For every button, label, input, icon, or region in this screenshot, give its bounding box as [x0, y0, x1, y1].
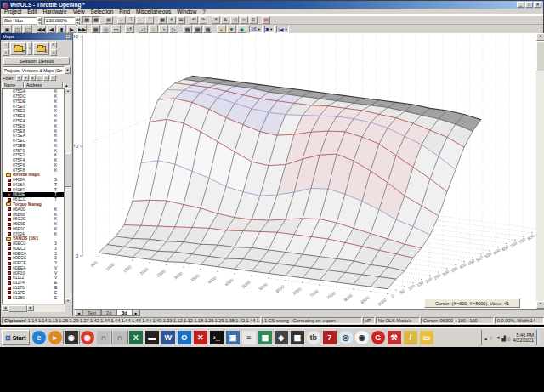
import-button[interactable]: ▣ [3, 25, 12, 33]
tuner-app-icon[interactable]: ◉ [65, 331, 78, 344]
internet-explorer-icon[interactable]: e [32, 331, 46, 344]
scroll-right-icon[interactable]: ▶ [27, 305, 34, 311]
media-player-icon[interactable]: ▸ [48, 331, 62, 344]
filter-d-button[interactable]: □ [37, 75, 42, 81]
chrome-icon[interactable]: ◉ [81, 331, 94, 344]
seven-app-icon[interactable]: 7 [323, 331, 337, 344]
name-column-header[interactable]: Name [2, 82, 24, 88]
close-map-button[interactable]: ✕ [50, 42, 57, 48]
sync-button[interactable]: ◆ [237, 25, 246, 33]
list-view-button[interactable]: ≡ [249, 16, 258, 24]
map-list-row[interactable]: 01280E [3, 295, 64, 300]
terminal-icon[interactable]: ›_ [210, 331, 224, 344]
home-button[interactable]: ⌂ [149, 25, 158, 33]
tray-network-icon[interactable]: ▟ [502, 335, 507, 341]
title-bar[interactable]: WinOLS - Throttle Opening * _ □ ✕ [1, 1, 543, 9]
original-view-button[interactable]: ◁ [230, 16, 239, 24]
tab-2d[interactable]: 2d [101, 310, 116, 316]
outlook-icon[interactable]: O [178, 331, 191, 344]
apply-button[interactable]: ▼ [227, 25, 236, 33]
view-2d-button[interactable]: ▦ [82, 16, 91, 24]
open-folder-button[interactable]: ◳ [13, 25, 22, 33]
delta-view-button[interactable]: Δ [221, 16, 230, 24]
cell-edit-button[interactable]: ⊞ [177, 16, 185, 24]
zoom-spinner[interactable]: ▲▼ [76, 17, 80, 24]
photo-app-icon[interactable]: ▩ [291, 331, 304, 344]
menu-view[interactable]: View [73, 9, 85, 14]
wrench-app-icon[interactable]: / [404, 331, 417, 344]
menu-find[interactable]: Find [119, 9, 130, 14]
menu-hardware[interactable]: Hardware [42, 9, 66, 14]
open-project-button[interactable]: ▾ [10, 42, 26, 55]
insert-column-left-button[interactable]: ⌐ [117, 16, 126, 24]
stop-button[interactable]: ▮ [57, 25, 66, 33]
tray-speaker-icon[interactable]: ◄ [496, 335, 501, 341]
menu-window[interactable]: Window [177, 9, 196, 14]
undo-button[interactable]: ↶ [190, 16, 198, 24]
start-button[interactable]: ⊞ Start [2, 330, 30, 345]
session-button[interactable]: Session: Default [3, 57, 70, 65]
cut-button[interactable]: ✕ [212, 16, 220, 24]
insert-row-bottom-button[interactable]: ⊤ [145, 16, 154, 24]
ebook-icon[interactable]: ▬ [145, 331, 159, 344]
chart-scroll-up-icon[interactable]: ▲ [536, 33, 544, 41]
gamepad-app-icon[interactable]: ◈ [275, 331, 288, 344]
menu-miscellaneous[interactable]: Miscellaneous [136, 9, 171, 14]
thunderbird-icon[interactable]: tb [307, 331, 320, 344]
pie-button[interactable]: ◔ [159, 25, 168, 33]
minimize-button[interactable]: _ [517, 2, 524, 8]
swoosh-app-2-icon[interactable]: ∩ [113, 331, 127, 344]
last-map-button[interactable]: ▶▶ [77, 25, 87, 33]
nav-back-button[interactable]: ◁ [139, 25, 148, 33]
tab-3d[interactable]: 3d [116, 310, 132, 316]
pc-app-icon[interactable]: ▦ [258, 331, 272, 344]
new-map-button[interactable]: ▫ [3, 42, 9, 48]
chart-vertical-scrollbar[interactable]: ▲ ▼ [536, 33, 544, 309]
excel-icon[interactable]: X [129, 331, 143, 344]
grid-toggle-button[interactable]: ▦ [158, 16, 167, 24]
g-app-icon[interactable]: G [371, 331, 385, 344]
redo-button[interactable]: ↷ [199, 16, 207, 24]
address-column-header[interactable]: Address [24, 82, 63, 88]
open-dropdown-button[interactable]: ▾ [27, 42, 32, 55]
menu-help[interactable]: ? [202, 9, 206, 14]
grid-view-button[interactable]: ▦ [91, 25, 100, 33]
connect-button[interactable]: ∞ [240, 16, 248, 24]
menu-project[interactable]: Project [4, 9, 21, 14]
browser-blue-icon[interactable]: ◎ [339, 331, 353, 344]
tray-power-icon[interactable]: ▯ [507, 335, 510, 341]
refresh-button[interactable]: ↺ [125, 25, 134, 33]
value-mode-spinner[interactable]: ▲▼ [37, 17, 42, 24]
value-mode-field[interactable]: 8bit HiLo [3, 17, 37, 24]
checksum-button[interactable]: ▲ [217, 25, 226, 33]
small-folder-button[interactable]: ▱ [50, 49, 57, 56]
zoom-level-field[interactable]: 230.000% [44, 17, 75, 24]
show-desktop-button[interactable] [536, 330, 540, 345]
player-orange-icon[interactable]: ◉ [355, 331, 369, 344]
panel-title-bar[interactable]: Maps ✕ [1, 33, 72, 40]
chart-scroll-thumb[interactable] [536, 41, 544, 71]
map-window-3-button[interactable]: ▦ [203, 25, 212, 33]
close-button[interactable]: ✕ [534, 2, 541, 8]
tab-text[interactable]: Text [82, 310, 101, 316]
filter-f-button[interactable]: % [50, 75, 56, 81]
chart-scroll-down-icon[interactable]: ▼ [536, 301, 544, 309]
view-text-button[interactable]: ▤ [105, 16, 113, 24]
map-window-1-button[interactable]: ▦ [183, 25, 192, 33]
view-3d-button[interactable]: ▦ [92, 16, 100, 24]
nav-forward-button[interactable]: ▷ [169, 25, 178, 33]
save-map-button[interactable]: ▪ [3, 49, 9, 56]
hash-values-button[interactable]: # [167, 16, 176, 24]
tab-nav-left-icon[interactable]: ◀ [75, 310, 82, 316]
swoosh-app-icon[interactable]: ∩ [97, 331, 110, 344]
tray-chevron-icon[interactable]: ▴ [484, 335, 487, 341]
tab-nav-right-icon[interactable]: ▶ [133, 310, 140, 316]
goto-combo[interactable]: |◀▼ [276, 26, 289, 33]
insert-column-right-button[interactable]: ⊤ [127, 16, 135, 24]
monitor-button[interactable]: ▭ [111, 25, 121, 33]
value-size-combo[interactable]: 16▼ [249, 26, 263, 33]
notepad-icon[interactable]: ≡ [242, 331, 256, 344]
scroll-up-icon[interactable]: ▲ [65, 88, 71, 94]
throttle-map-3d-surface[interactable]: 0701400501001502002503003504004505005506… [74, 33, 536, 309]
color-scale-button[interactable]: ▤ [262, 16, 270, 24]
